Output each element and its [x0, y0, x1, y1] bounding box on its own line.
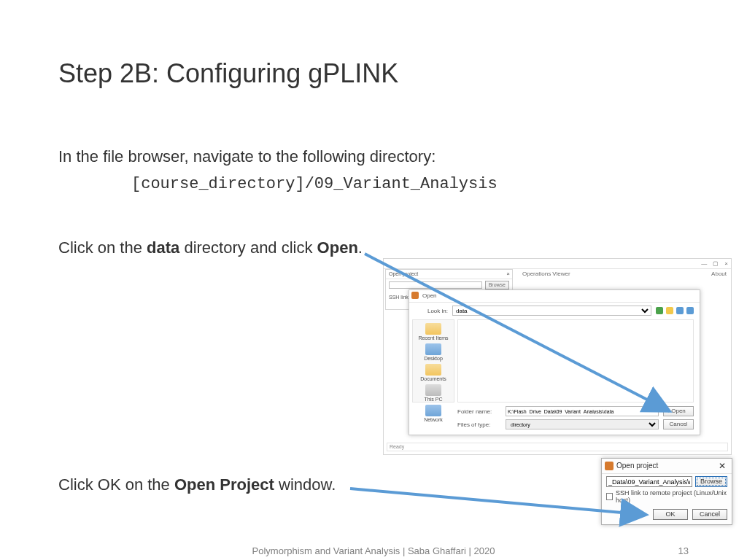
- lookin-label: Look in:: [415, 308, 448, 314]
- folder-icon: [425, 323, 441, 335]
- ssh-label: SSH link to remote project (Linux/Unix h…: [616, 489, 727, 504]
- page-number: 13: [678, 545, 689, 556]
- open-project-mini-browse-button[interactable]: Browse: [485, 281, 509, 289]
- text: directory and click: [179, 238, 317, 257]
- place-desktop[interactable]: Desktop: [424, 343, 443, 361]
- open-project-titlebar: Open project ✕: [602, 459, 732, 474]
- window-close-icon[interactable]: ×: [724, 260, 728, 267]
- network-icon: [425, 405, 441, 416]
- place-label: Desktop: [424, 356, 443, 361]
- about-menu[interactable]: About: [711, 271, 727, 277]
- close-icon[interactable]: ✕: [716, 459, 729, 473]
- instruction-navigate: In the file browser, navigate to the fol…: [58, 146, 525, 168]
- status-bar: Ready: [387, 443, 728, 451]
- file-listing-area[interactable]: [457, 319, 694, 402]
- java-icon: [605, 462, 614, 470]
- java-icon: [411, 292, 419, 299]
- file-open-cancel-button[interactable]: Cancel: [663, 419, 694, 429]
- place-label: Documents: [420, 376, 446, 381]
- folder-name-label: Folder name:: [457, 408, 501, 415]
- open-project-browse-button[interactable]: Browse: [695, 476, 727, 487]
- place-documents[interactable]: Documents: [420, 364, 446, 381]
- app-window: — ▢ × Operations Viewer About Open proje…: [383, 258, 732, 455]
- open-project-path-input[interactable]: [606, 476, 692, 487]
- directory-path: [course_directory]/09_Variant_Analysis: [131, 175, 498, 193]
- folder-icon: [425, 364, 441, 376]
- slide: Step 2B: Configuring gPLINK In the file …: [0, 0, 747, 560]
- list-view-icon[interactable]: [686, 307, 694, 314]
- mini-title-text: Open project: [389, 271, 418, 276]
- instruction-click-open: Click on the data directory and click Op…: [58, 237, 365, 259]
- open-project-title: Open project: [616, 462, 658, 470]
- slide-title: Step 2B: Configuring gPLINK: [58, 58, 398, 89]
- text: window.: [274, 475, 336, 494]
- up-folder-icon[interactable]: [666, 307, 673, 314]
- text: Click on the: [58, 238, 147, 257]
- file-open-dialog: Open Look in: data Recent Items: [409, 289, 700, 435]
- place-recent[interactable]: Recent Items: [418, 323, 448, 341]
- open-project-dialog: Open project ✕ Browse SSH link to remote…: [601, 458, 732, 525]
- app-titlebar: — ▢ ×: [384, 259, 731, 269]
- file-open-toolbar: [656, 307, 694, 314]
- text: Click OK on the: [58, 475, 174, 494]
- open-project-ok-button[interactable]: OK: [653, 509, 688, 520]
- window-min-icon[interactable]: —: [701, 260, 707, 267]
- places-sidebar: Recent Items Desktop Documents This PC N…: [412, 319, 454, 402]
- file-open-title: Open: [422, 292, 437, 299]
- text: .: [358, 238, 363, 257]
- operations-viewer-label: Operations Viewer: [522, 271, 570, 277]
- folder-name-input[interactable]: [506, 406, 659, 416]
- close-icon[interactable]: ×: [506, 270, 510, 279]
- bold-open-project: Open Project: [174, 475, 274, 494]
- ssh-checkbox[interactable]: [606, 493, 613, 500]
- window-max-icon[interactable]: ▢: [713, 260, 719, 267]
- file-open-open-button[interactable]: Open: [663, 406, 694, 416]
- place-label: Recent Items: [418, 335, 448, 341]
- open-project-mini-title: Open project ×: [386, 270, 512, 279]
- new-folder-icon[interactable]: [676, 307, 684, 314]
- ssh-row: SSH link to remote project (Linux/Unix h…: [606, 491, 727, 502]
- open-project-cancel-button[interactable]: Cancel: [692, 509, 727, 520]
- place-thispc[interactable]: This PC: [425, 384, 443, 402]
- files-type-select[interactable]: directory: [506, 419, 659, 429]
- files-type-label: Files of type:: [457, 421, 501, 428]
- lookin-select[interactable]: data: [452, 306, 651, 316]
- place-label: Network: [424, 417, 443, 422]
- bold-data: data: [147, 238, 179, 257]
- open-project-mini-path-input[interactable]: [389, 281, 482, 289]
- footer-text: Polymorphism and Variant Analysis | Saba…: [0, 545, 747, 556]
- bold-open: Open: [317, 238, 358, 257]
- instruction-click-ok: Click OK on the Open Project window.: [58, 474, 365, 496]
- place-network[interactable]: Network: [424, 405, 443, 422]
- pc-icon: [425, 384, 441, 396]
- place-label: This PC: [425, 397, 443, 402]
- file-open-titlebar: Open: [409, 290, 700, 303]
- home-icon[interactable]: [656, 307, 663, 314]
- desktop-icon: [425, 343, 441, 355]
